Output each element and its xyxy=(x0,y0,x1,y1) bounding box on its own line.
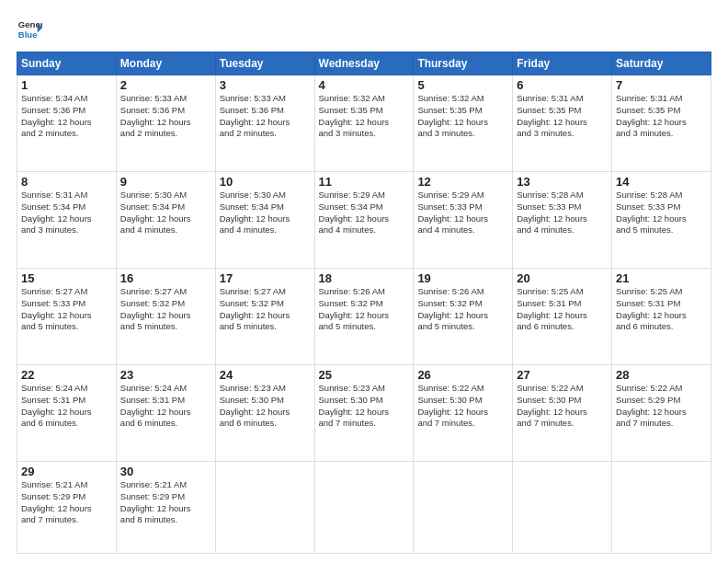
svg-text:Blue: Blue xyxy=(18,29,38,40)
calendar-cell: 30Sunrise: 5:21 AMSunset: 5:29 PMDayligh… xyxy=(116,462,215,554)
cell-content: Sunrise: 5:32 AMSunset: 5:35 PMDaylight:… xyxy=(417,93,508,140)
cell-line: Sunset: 5:29 PM xyxy=(616,395,707,407)
cell-line: Sunrise: 5:27 AM xyxy=(21,286,112,298)
calendar-cell: 11Sunrise: 5:29 AMSunset: 5:34 PMDayligh… xyxy=(314,172,414,269)
cell-line: Daylight: 12 hours xyxy=(616,213,707,225)
header-saturday: Saturday xyxy=(612,52,711,75)
cell-line: Sunrise: 5:24 AM xyxy=(21,383,112,395)
cell-line: Daylight: 12 hours xyxy=(417,310,508,322)
cell-line: Sunset: 5:35 PM xyxy=(517,105,608,117)
day-number: 30 xyxy=(120,465,211,478)
calendar-cell: 2Sunrise: 5:33 AMSunset: 5:36 PMDaylight… xyxy=(116,75,215,172)
cell-line: and 6 minutes. xyxy=(220,418,311,430)
cell-line: Sunrise: 5:22 AM xyxy=(417,383,508,395)
cell-line: Sunrise: 5:33 AM xyxy=(120,93,211,105)
cell-line: and 5 minutes. xyxy=(120,321,211,333)
cell-line: and 4 minutes. xyxy=(417,224,508,236)
day-number: 1 xyxy=(21,78,112,92)
day-number: 11 xyxy=(319,175,410,189)
cell-line: Daylight: 12 hours xyxy=(21,117,112,129)
header: General Blue xyxy=(17,17,711,42)
calendar-header-row: SundayMondayTuesdayWednesdayThursdayFrid… xyxy=(17,52,711,75)
cell-content: Sunrise: 5:31 AMSunset: 5:35 PMDaylight:… xyxy=(517,93,608,140)
cell-line: and 5 minutes. xyxy=(417,321,508,333)
day-number: 19 xyxy=(417,271,508,285)
cell-content: Sunrise: 5:25 AMSunset: 5:31 PMDaylight:… xyxy=(517,286,608,333)
cell-content: Sunrise: 5:22 AMSunset: 5:30 PMDaylight:… xyxy=(517,383,608,430)
day-number: 29 xyxy=(21,465,112,478)
cell-line: Sunrise: 5:27 AM xyxy=(120,286,211,298)
header-tuesday: Tuesday xyxy=(215,52,314,75)
cell-line: and 6 minutes. xyxy=(21,418,112,430)
cell-content: Sunrise: 5:27 AMSunset: 5:33 PMDaylight:… xyxy=(21,286,112,333)
cell-line: Sunset: 5:33 PM xyxy=(21,298,112,310)
cell-line: Daylight: 12 hours xyxy=(319,407,410,419)
cell-line: Daylight: 12 hours xyxy=(517,407,608,419)
cell-content: Sunrise: 5:22 AMSunset: 5:29 PMDaylight:… xyxy=(616,383,707,430)
calendar-cell xyxy=(612,462,711,554)
cell-content: Sunrise: 5:29 AMSunset: 5:34 PMDaylight:… xyxy=(319,190,410,236)
cell-line: Sunset: 5:33 PM xyxy=(517,201,608,213)
cell-line: Sunrise: 5:32 AM xyxy=(417,93,508,105)
cell-line: Daylight: 12 hours xyxy=(616,407,707,419)
calendar-cell: 28Sunrise: 5:22 AMSunset: 5:29 PMDayligh… xyxy=(612,365,711,462)
day-number: 28 xyxy=(616,368,707,382)
cell-content: Sunrise: 5:28 AMSunset: 5:33 PMDaylight:… xyxy=(517,190,608,236)
cell-line: Sunrise: 5:21 AM xyxy=(120,479,211,491)
cell-line: and 8 minutes. xyxy=(120,514,211,526)
cell-line: Daylight: 12 hours xyxy=(120,213,211,225)
calendar-cell: 13Sunrise: 5:28 AMSunset: 5:33 PMDayligh… xyxy=(513,172,612,269)
cell-line: Sunset: 5:31 PM xyxy=(616,298,707,310)
cell-line: Sunset: 5:32 PM xyxy=(120,298,211,310)
cell-content: Sunrise: 5:30 AMSunset: 5:34 PMDaylight:… xyxy=(220,190,311,236)
cell-line: Daylight: 12 hours xyxy=(319,117,410,129)
day-number: 4 xyxy=(319,78,410,92)
cell-line: Daylight: 12 hours xyxy=(120,407,211,419)
cell-line: and 7 minutes. xyxy=(616,418,707,430)
cell-line: Daylight: 12 hours xyxy=(517,117,608,129)
cell-line: Daylight: 12 hours xyxy=(120,117,211,129)
cell-line: Daylight: 12 hours xyxy=(220,117,311,129)
calendar-cell: 8Sunrise: 5:31 AMSunset: 5:34 PMDaylight… xyxy=(17,172,117,269)
cell-line: Sunrise: 5:26 AM xyxy=(319,286,410,298)
day-number: 24 xyxy=(220,368,311,382)
calendar-cell: 19Sunrise: 5:26 AMSunset: 5:32 PMDayligh… xyxy=(414,269,513,365)
cell-line: Sunset: 5:35 PM xyxy=(417,105,508,117)
cell-line: Sunset: 5:29 PM xyxy=(21,491,112,503)
cell-content: Sunrise: 5:30 AMSunset: 5:34 PMDaylight:… xyxy=(120,190,211,236)
cell-content: Sunrise: 5:26 AMSunset: 5:32 PMDaylight:… xyxy=(417,286,508,333)
cell-line: Sunrise: 5:21 AM xyxy=(21,479,112,491)
cell-line: Daylight: 12 hours xyxy=(417,213,508,225)
cell-line: Daylight: 12 hours xyxy=(616,117,707,129)
day-number: 18 xyxy=(319,271,410,285)
cell-line: Sunrise: 5:22 AM xyxy=(517,383,608,395)
calendar-cell: 7Sunrise: 5:31 AMSunset: 5:35 PMDaylight… xyxy=(612,75,711,172)
cell-line: and 4 minutes. xyxy=(220,224,311,236)
cell-line: Daylight: 12 hours xyxy=(21,503,112,515)
cell-line: Sunrise: 5:29 AM xyxy=(319,190,410,201)
day-number: 10 xyxy=(220,175,311,189)
logo-icon: General Blue xyxy=(17,17,42,42)
cell-line: and 4 minutes. xyxy=(517,224,608,236)
calendar-cell: 14Sunrise: 5:28 AMSunset: 5:33 PMDayligh… xyxy=(612,172,711,269)
cell-line: Sunrise: 5:31 AM xyxy=(21,190,112,201)
cell-line: Sunset: 5:31 PM xyxy=(517,298,608,310)
calendar-cell: 1Sunrise: 5:34 AMSunset: 5:36 PMDaylight… xyxy=(17,75,117,172)
cell-content: Sunrise: 5:26 AMSunset: 5:32 PMDaylight:… xyxy=(319,286,410,333)
cell-line: Daylight: 12 hours xyxy=(220,310,311,322)
cell-line: Sunrise: 5:23 AM xyxy=(319,383,410,395)
cell-line: Daylight: 12 hours xyxy=(21,213,112,225)
cell-line: Sunset: 5:32 PM xyxy=(319,298,410,310)
cell-line: and 5 minutes. xyxy=(616,224,707,236)
calendar-cell: 17Sunrise: 5:27 AMSunset: 5:32 PMDayligh… xyxy=(215,269,314,365)
cell-line: Sunrise: 5:26 AM xyxy=(417,286,508,298)
cell-line: and 3 minutes. xyxy=(616,128,707,140)
header-thursday: Thursday xyxy=(414,52,513,75)
logo: General Blue xyxy=(17,17,46,42)
cell-content: Sunrise: 5:32 AMSunset: 5:35 PMDaylight:… xyxy=(319,93,410,140)
cell-line: Sunset: 5:35 PM xyxy=(616,105,707,117)
cell-content: Sunrise: 5:29 AMSunset: 5:33 PMDaylight:… xyxy=(417,190,508,236)
cell-line: and 7 minutes. xyxy=(319,418,410,430)
cell-line: Sunset: 5:29 PM xyxy=(120,491,211,503)
day-number: 21 xyxy=(616,271,707,285)
